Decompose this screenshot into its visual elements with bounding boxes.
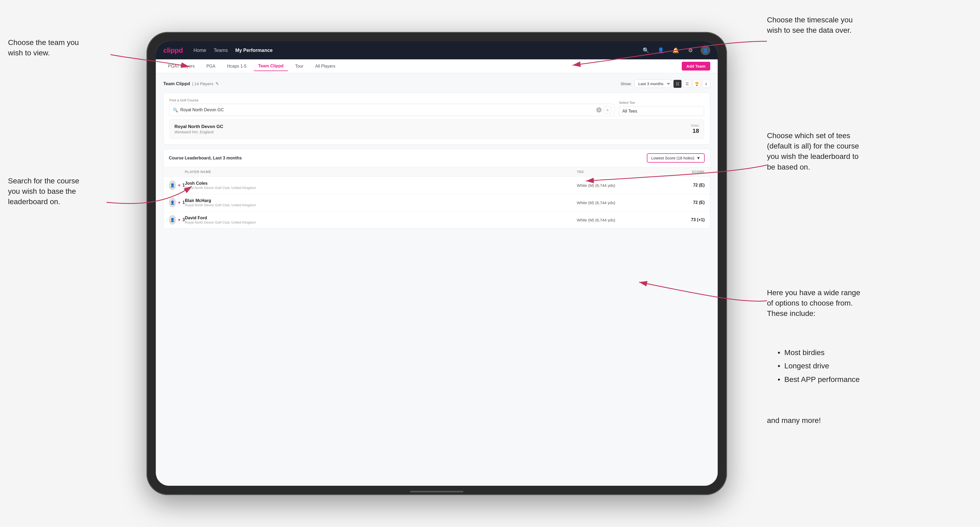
col-header-rank — [169, 170, 185, 174]
rank-number-3: 3 — [182, 217, 185, 222]
annotation-options: Here you have a wide rangeof options to … — [767, 287, 860, 319]
grid-view-icon[interactable]: ☷ — [673, 80, 681, 88]
favorite-star-button[interactable]: ★ — [604, 106, 611, 114]
rank-col-3: 👤 ♥ 3 — [169, 215, 185, 225]
holes-label: Holes — [691, 124, 699, 127]
player-info-col-3: David Ford Royal North Devon Golf Club, … — [185, 216, 577, 224]
tee-col-2: White (M) (6,744 yds) — [577, 200, 657, 205]
show-label: Show: — [620, 81, 632, 86]
player-name-2: Blair McHarg — [185, 198, 256, 203]
leaderboard-header: Course Leaderboard, Last 3 months Lowest… — [164, 149, 710, 167]
tab-team-clippd[interactable]: Team Clippd — [253, 62, 288, 71]
player-club-3: Royal North Devon Golf Club, United King… — [185, 221, 256, 224]
nav-teams[interactable]: Teams — [214, 48, 228, 53]
add-team-button[interactable]: Add Team — [682, 62, 710, 71]
player-count-label: | 14 Players — [192, 81, 213, 86]
show-controls: Show: Last 3 months ☷ ☰ 🏆 ⇓ — [620, 79, 710, 88]
tab-hcaps[interactable]: Hcaps 1-5 — [222, 62, 251, 71]
tab-all-players[interactable]: All Players — [310, 62, 340, 71]
course-search-card: Find a Golf Course 🔍 ✕ ★ Select Tee All … — [163, 93, 710, 144]
team-name-label: Team Clippd — [163, 81, 190, 86]
col-header-score: SCORE — [657, 170, 705, 174]
leaderboard-title: Course Leaderboard, Last 3 months — [169, 156, 242, 160]
player-club-1: Royal North Devon Golf Club, United King… — [185, 186, 256, 190]
player-avatar-3: 👤 — [169, 215, 176, 225]
logo: clippd — [163, 46, 183, 55]
view-icons: ☷ ☰ 🏆 ⇓ — [673, 80, 710, 88]
annotation-tees: Choose which set of tees(default is all)… — [767, 130, 859, 172]
main-content: Team Clippd | 14 Players ✎ Show: Last 3 … — [156, 73, 718, 486]
annotation-and-more: and many more! — [767, 415, 821, 425]
person-icon[interactable]: 👤 — [656, 46, 665, 55]
score-type-select[interactable]: Lowest Score (18 holes) ▼ — [647, 153, 705, 163]
tee-col-1: White (M) (6,744 yds) — [577, 183, 657, 187]
player-avatar-2: 👤 — [169, 198, 176, 207]
annotation-options-list: • Most birdies • Longest drive • Best AP… — [778, 346, 860, 386]
player-name-3: David Ford — [185, 216, 256, 221]
navbar: clippd Home Teams My Performance 🔍 👤 🔔 ⚙… — [156, 41, 718, 59]
ipad-frame: clippd Home Teams My Performance 🔍 👤 🔔 ⚙… — [146, 32, 727, 495]
score-col-3: 73 (+1) — [657, 217, 705, 222]
search-icon[interactable]: 🔍 — [641, 46, 651, 55]
tab-pgat-players[interactable]: PGAT Players — [163, 62, 199, 71]
score-col-1: 72 (E) — [657, 183, 705, 187]
score-type-label: Lowest Score (18 holes) — [651, 156, 694, 160]
download-icon[interactable]: ⇓ — [702, 80, 710, 88]
nav-home[interactable]: Home — [194, 48, 206, 53]
holes-count: 18 — [691, 127, 699, 135]
tee-col-3: White (M) (6,744 yds) — [577, 218, 657, 222]
avatar-icon[interactable]: 👤 — [701, 46, 710, 55]
heart-icon-3: ♥ — [178, 218, 180, 222]
settings-icon[interactable]: ⚙ — [686, 46, 695, 55]
annotation-choose-team: Choose the team youwish to view. — [8, 37, 79, 58]
player-info-col-2: Blair McHarg Royal North Devon Golf Club… — [185, 198, 577, 207]
course-search-row: Find a Golf Course 🔍 ✕ ★ Select Tee All … — [169, 98, 704, 116]
list-view-icon[interactable]: ☰ — [683, 80, 691, 88]
col-header-player: PLAYER NAME — [185, 170, 577, 174]
tee-select[interactable]: All Tees White (M) Yellow (M) Red (L) — [619, 106, 704, 116]
show-period-select[interactable]: Last 3 months — [634, 79, 671, 88]
subnav: PGAT Players PGA Hcaps 1-5 Team Clippd T… — [156, 59, 718, 73]
holes-info: Holes 18 — [691, 124, 699, 135]
tab-tour[interactable]: Tour — [290, 62, 308, 71]
tee-label: Select Tee — [619, 101, 704, 105]
navbar-icons: 🔍 👤 🔔 ⚙ 👤 — [641, 46, 710, 55]
col-header-tee: TEE — [577, 170, 657, 174]
search-input-wrapper: 🔍 ✕ ★ — [169, 104, 615, 116]
navbar-links: Home Teams My Performance — [194, 48, 632, 53]
player-name-1: Josh Coles — [185, 181, 256, 186]
edit-icon[interactable]: ✎ — [215, 81, 219, 86]
course-search-input[interactable] — [180, 108, 594, 112]
heart-icon-1: ♥ — [178, 183, 180, 187]
table-row: 👤 ♥ 3 David Ford Royal North Devon Golf … — [164, 211, 710, 229]
course-result-name: Royal North Devon GC — [174, 124, 223, 129]
ipad-screen: clippd Home Teams My Performance 🔍 👤 🔔 ⚙… — [156, 41, 718, 486]
player-club-2: Royal North Devon Golf Club, United King… — [185, 203, 256, 207]
ipad-home-bar — [410, 491, 463, 492]
player-avatar-1: 👤 — [169, 181, 176, 190]
tab-pga[interactable]: PGA — [202, 62, 220, 71]
rank-col-1: 👤 ♥ 1 — [169, 181, 185, 190]
score-col-2: 72 (E) — [657, 200, 705, 205]
bell-icon[interactable]: 🔔 — [671, 46, 680, 55]
search-magnifier-icon: 🔍 — [173, 108, 178, 113]
trophy-icon[interactable]: 🏆 — [693, 80, 701, 88]
find-course-col: Find a Golf Course 🔍 ✕ ★ — [169, 98, 615, 116]
leaderboard-card: Course Leaderboard, Last 3 months Lowest… — [163, 149, 710, 229]
annotation-search-course: Search for the courseyou wish to base th… — [8, 176, 80, 207]
table-header: PLAYER NAME TEE SCORE — [164, 167, 710, 177]
annotation-timescale: Choose the timescale youwish to see the … — [767, 14, 853, 35]
rank-number-1: 1 — [182, 183, 185, 187]
rank-number-2: 1 — [182, 200, 185, 205]
team-title: Team Clippd | 14 Players ✎ — [163, 81, 219, 86]
rank-col-2: 👤 ♥ 1 — [169, 198, 185, 207]
find-course-label: Find a Golf Course — [169, 98, 615, 102]
nav-my-performance[interactable]: My Performance — [235, 48, 273, 53]
course-result-location: Westward Ho!, England — [174, 130, 223, 134]
table-row: 👤 ♥ 1 Blair McHarg Royal North Devon Gol… — [164, 194, 710, 211]
team-header: Team Clippd | 14 Players ✎ Show: Last 3 … — [163, 79, 710, 88]
tee-select-col: Select Tee All Tees White (M) Yellow (M)… — [619, 101, 704, 116]
course-result: Royal North Devon GC Westward Ho!, Engla… — [169, 119, 704, 139]
clear-button[interactable]: ✕ — [596, 107, 601, 113]
heart-icon-2: ♥ — [178, 200, 180, 205]
